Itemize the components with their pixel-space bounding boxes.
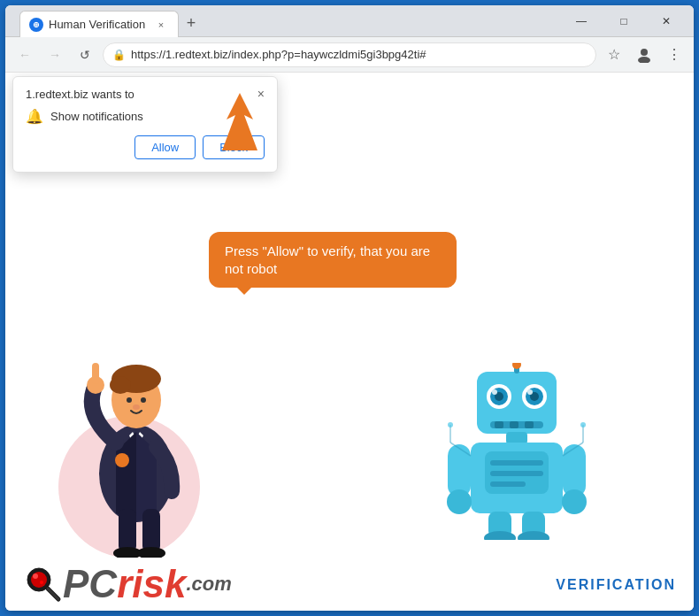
bell-icon: 🔔: [26, 108, 43, 125]
svg-point-44: [447, 489, 472, 514]
svg-rect-18: [119, 509, 136, 553]
window-controls: — □ ✕: [561, 5, 687, 36]
svg-point-60: [40, 581, 43, 584]
svg-rect-37: [506, 432, 527, 444]
svg-point-8: [127, 397, 132, 403]
bookmark-button[interactable]: ☆: [602, 42, 626, 67]
svg-line-62: [48, 589, 58, 599]
allow-button[interactable]: Allow: [134, 135, 196, 159]
svg-point-56: [580, 422, 586, 427]
back-button[interactable]: ←: [12, 42, 37, 67]
new-tab-button[interactable]: +: [179, 11, 204, 35]
notification-label: Show notifications: [50, 110, 143, 123]
svg-rect-36: [525, 421, 534, 428]
svg-point-7: [110, 376, 131, 394]
svg-point-29: [492, 389, 497, 395]
svg-point-9: [141, 397, 146, 403]
svg-rect-35: [510, 421, 518, 428]
address-bar-row: ← → ↺ 🔒 https://1.redtext.biz/index.php?…: [5, 37, 694, 73]
svg-marker-3: [222, 93, 257, 150]
robot-figure: [446, 363, 588, 540]
svg-point-1: [638, 57, 650, 63]
svg-rect-41: [490, 471, 543, 476]
svg-point-53: [448, 422, 453, 427]
svg-point-46: [562, 489, 587, 514]
speech-bubble-text: Press "Allow" to verify, that you are no…: [225, 243, 430, 276]
address-bar[interactable]: 🔒 https://1.redtext.biz/index.php?p=hayw…: [103, 42, 596, 67]
active-tab[interactable]: ⊕ Human Verification ×: [19, 11, 179, 37]
tab-favicon: ⊕: [29, 18, 43, 32]
title-bar: ⊕ Human Verification × + — □ ✕: [5, 5, 694, 37]
svg-rect-34: [495, 421, 503, 428]
menu-button[interactable]: ⋮: [662, 42, 687, 67]
minimize-button[interactable]: —: [561, 8, 602, 35]
account-button[interactable]: [632, 42, 657, 67]
arrow-indicator: [204, 89, 275, 163]
svg-rect-19: [142, 509, 160, 553]
svg-point-15: [115, 453, 129, 467]
lock-icon: 🔒: [112, 49, 126, 61]
tabs-row: ⊕ Human Verification × +: [12, 5, 211, 37]
close-window-button[interactable]: ✕: [646, 8, 687, 35]
tab-title: Human Verification: [49, 18, 145, 31]
svg-point-59: [33, 574, 38, 579]
tab-close-button[interactable]: ×: [153, 17, 169, 33]
verification-label: VERIFICATION: [556, 577, 676, 593]
svg-point-21: [137, 547, 165, 558]
browser-window: ⊕ Human Verification × + — □ ✕ ← → ↺ 🔒 h…: [5, 5, 694, 611]
popup-title: 1.redtext.biz wants to: [26, 88, 134, 101]
pcrisk-icon: [23, 564, 63, 604]
robot-svg: [446, 363, 588, 540]
forward-button[interactable]: →: [42, 42, 67, 67]
svg-point-10: [133, 404, 140, 410]
svg-point-0: [641, 49, 648, 56]
svg-point-32: [512, 363, 521, 369]
pcrisk-pc-text: PC: [63, 565, 117, 604]
man-figure: [58, 345, 209, 558]
svg-rect-17: [92, 363, 99, 384]
speech-bubble: Press "Allow" to verify, that you are no…: [209, 232, 457, 288]
svg-rect-40: [490, 460, 543, 466]
man-svg: [58, 336, 213, 558]
maximize-button[interactable]: □: [603, 8, 644, 35]
page-content: 1.redtext.biz wants to × 🔔 Show notifica…: [5, 73, 694, 611]
pcrisk-logo: PCrisk.com: [23, 564, 232, 604]
svg-point-30: [527, 389, 533, 395]
refresh-button[interactable]: ↺: [73, 42, 97, 67]
pcrisk-risk-text: risk: [117, 565, 186, 604]
svg-point-58: [31, 572, 47, 588]
pcrisk-com-text: .com: [186, 573, 231, 596]
svg-rect-42: [490, 481, 526, 487]
url-text: https://1.redtext.biz/index.php?p=haywcz…: [131, 48, 587, 61]
